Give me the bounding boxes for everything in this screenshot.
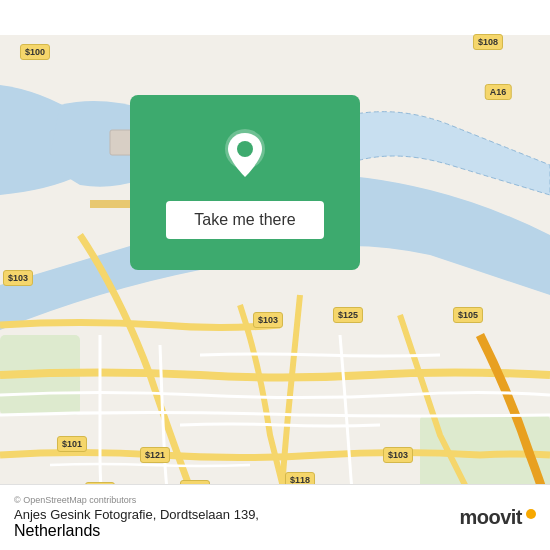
moovit-logo-dot [526, 509, 536, 519]
action-card: Take me there [130, 95, 360, 270]
svg-rect-4 [90, 200, 130, 208]
location-pin-icon [217, 127, 273, 183]
svg-point-9 [237, 141, 253, 157]
bottom-bar: © OpenStreetMap contributors Anjes Gesin… [0, 484, 550, 550]
address-text: Anjes Gesink Fotografie, Dordtselaan 139… [14, 507, 259, 522]
country-text: Netherlands [14, 522, 259, 540]
map-container: $100$103$101$102$121$118$103$125$118$103… [0, 0, 550, 550]
copyright-text: © OpenStreetMap contributors [14, 495, 259, 505]
moovit-logo-text: moovit [459, 506, 522, 529]
address-block: © OpenStreetMap contributors Anjes Gesin… [14, 495, 259, 540]
take-me-there-button[interactable]: Take me there [166, 201, 323, 239]
moovit-logo: moovit [459, 506, 536, 529]
map-svg [0, 0, 550, 550]
